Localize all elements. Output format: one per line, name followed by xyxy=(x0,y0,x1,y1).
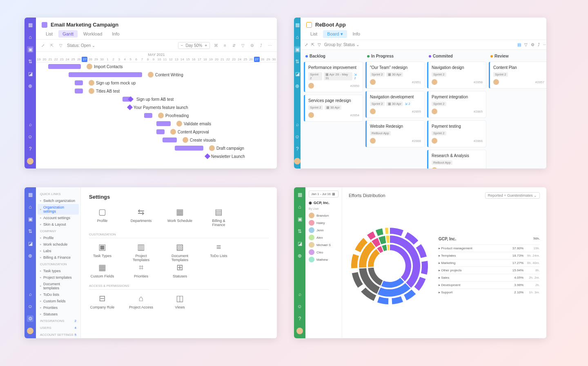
settings-tile[interactable]: ▤Billing & Finance xyxy=(205,206,232,227)
gantt-task-row[interactable]: Newsletter Launch xyxy=(36,152,277,160)
search-icon[interactable]: ⌕ xyxy=(27,291,33,297)
gantt-task-row[interactable]: Sign up form AB test xyxy=(36,95,277,103)
plus-icon[interactable]: ⊕ xyxy=(296,253,303,259)
legend-row[interactable]: ▸ Templates18.73%9h. 24m. xyxy=(439,252,540,259)
card-view-icon[interactable]: ▤ xyxy=(517,42,521,47)
logo-icon[interactable]: ▦ xyxy=(296,191,303,198)
collapse-icon[interactable]: ⇱ xyxy=(49,43,55,49)
status-filter[interactable]: Status: Open ⌄ xyxy=(67,43,95,48)
nav-item[interactable]: Statuses xyxy=(36,311,80,317)
board-card[interactable]: "Our Team" redesignSprint 2▦ 30 Apr#2851 xyxy=(365,62,425,89)
legend-row[interactable]: ▸ Marketing17.27%8h. 40m. xyxy=(439,259,540,266)
mode-selector[interactable]: Reported + Guestestimates ⌄ xyxy=(485,192,540,199)
tab-list[interactable]: List xyxy=(42,30,57,38)
nav-item[interactable]: Account settings xyxy=(36,215,80,221)
board-card[interactable]: Performance improvementSprint 2▦ Apr 28 … xyxy=(304,62,363,92)
gantt-task-row[interactable]: Content Approval xyxy=(36,128,277,136)
user-filter[interactable]: Mathew xyxy=(309,256,339,263)
settings-tile[interactable]: ▦Work Schedule xyxy=(167,206,193,227)
column-header[interactable]: Backlog xyxy=(304,53,363,59)
users-icon[interactable]: ☺ xyxy=(27,303,33,310)
chat-icon[interactable]: ◪ xyxy=(27,71,33,77)
groupby-filter[interactable]: Group by: Status ⌄ xyxy=(324,42,359,47)
tab-list[interactable]: List xyxy=(306,30,321,38)
sunburst-chart[interactable] xyxy=(349,225,430,307)
legend-row[interactable]: ▸ Support2.10%1h. 3m. xyxy=(439,288,540,296)
nav-item[interactable]: Skin & Layout xyxy=(36,221,80,228)
settings-tile[interactable]: ▧Document Templates xyxy=(167,242,193,262)
board-card[interactable]: Services page redesignSprint 2▦ 30 Apr#2… xyxy=(304,95,363,122)
tab-gantt[interactable]: Gantt xyxy=(58,30,78,38)
nav-item[interactable]: Custom fields xyxy=(36,298,80,304)
gantt-task-row[interactable]: Draft campaign xyxy=(36,144,277,152)
gantt-bar[interactable] xyxy=(156,121,171,126)
help-icon[interactable]: ? xyxy=(296,315,303,322)
nav-item[interactable]: Work schedule xyxy=(36,241,80,248)
expand-icon[interactable]: ⤢ xyxy=(40,43,46,49)
home-icon[interactable]: ⌂ xyxy=(27,204,33,210)
gantt-task-row[interactable]: Validate emails xyxy=(36,120,277,128)
home-icon[interactable]: ⌂ xyxy=(296,204,303,210)
share-icon[interactable]: ⤴ xyxy=(538,42,540,47)
org-name[interactable]: ◉ GCP, Inc. xyxy=(309,201,339,205)
expand-icon[interactable]: ⤢ xyxy=(305,42,308,47)
user-filter[interactable]: Alex xyxy=(309,234,339,241)
link-icon[interactable]: ⌘ xyxy=(213,43,219,49)
legend-row[interactable]: ▸ Sales4.05%2h. 2m. xyxy=(439,274,540,281)
nav-item[interactable]: Task types xyxy=(36,268,80,274)
milestone-icon[interactable] xyxy=(205,153,210,159)
chat-icon[interactable]: ◪ xyxy=(294,71,301,77)
gantt-task-row[interactable]: Titles AB test xyxy=(36,87,277,95)
user-filter[interactable]: Michael S xyxy=(309,241,339,248)
tab-info[interactable]: Info xyxy=(108,30,123,38)
avatar[interactable] xyxy=(296,328,303,334)
legend-row[interactable]: ▸ Product management37.80%19h. xyxy=(439,244,540,252)
search-icon[interactable]: ⌕ xyxy=(294,121,301,128)
gantt-bar[interactable] xyxy=(75,80,83,85)
chart-segment[interactable] xyxy=(375,228,384,237)
board-card[interactable]: Website RedesignReBoot App#2888 xyxy=(365,120,425,147)
nav-item[interactable]: Labs xyxy=(36,248,80,254)
nav-item[interactable]: Switch organization xyxy=(36,197,80,204)
chart-segment[interactable] xyxy=(387,244,390,251)
search-icon[interactable]: ⌕ xyxy=(296,291,303,297)
funnel-icon[interactable]: ▽ xyxy=(524,42,528,47)
settings-tile[interactable]: ▥Project Templates xyxy=(128,242,154,262)
plus-icon[interactable]: ⊕ xyxy=(294,83,301,89)
gantt-bar[interactable] xyxy=(175,146,203,151)
chat-icon[interactable]: ◪ xyxy=(296,240,303,247)
settings-tile[interactable]: ▢Profile xyxy=(89,206,116,227)
column-header[interactable]: Review xyxy=(489,53,546,59)
logo-icon[interactable]: ▦ xyxy=(294,22,301,28)
chart-segment[interactable] xyxy=(421,260,428,275)
plus-icon[interactable]: ⊕ xyxy=(27,83,33,89)
more-icon[interactable]: ⋯ xyxy=(267,43,273,49)
tab-workload[interactable]: Workload xyxy=(79,30,106,38)
settings-tile[interactable]: ≡ToDo Lists xyxy=(205,242,232,262)
users-icon[interactable]: ☺ xyxy=(294,133,301,140)
plus-icon[interactable]: ⊕ xyxy=(27,253,33,259)
case-icon[interactable]: ▣ xyxy=(294,46,301,53)
avatar[interactable] xyxy=(27,158,33,164)
nav-item[interactable]: Project templates xyxy=(36,274,80,281)
home-icon[interactable]: ⌂ xyxy=(27,34,33,40)
board-card[interactable]: Content PlanSprint 2#2857 xyxy=(489,62,546,89)
zoom-control[interactable]: −Day 50%+ xyxy=(178,42,210,49)
nav-item[interactable]: Profile xyxy=(36,235,80,241)
filter-icon[interactable]: ▽ xyxy=(58,43,64,49)
user-filter[interactable]: Haley xyxy=(309,219,339,226)
nav-item[interactable]: Billing & Finance xyxy=(36,254,80,261)
gear-icon[interactable]: ⚙ xyxy=(531,42,535,47)
users-icon[interactable]: ☺ xyxy=(27,133,33,140)
nav-item[interactable]: ToDo lists xyxy=(36,291,80,298)
legend-row[interactable]: ▸ Development3.98%2h. xyxy=(439,281,540,288)
updown-icon[interactable]: ⇵ xyxy=(231,43,237,49)
users-icon[interactable]: ☺ xyxy=(296,303,303,310)
nav-item[interactable]: Document templates xyxy=(36,281,80,291)
gantt-task-row[interactable]: Your Payments feature launch xyxy=(36,103,277,111)
board-card[interactable]: Navigation designSprint 2#2858 xyxy=(427,62,486,89)
gear-icon[interactable]: ⚙ xyxy=(249,43,255,49)
case-icon[interactable]: ▣ xyxy=(27,46,33,53)
gantt-bar[interactable] xyxy=(48,64,81,69)
settings-tile[interactable]: ⌂Project Access xyxy=(128,293,154,309)
